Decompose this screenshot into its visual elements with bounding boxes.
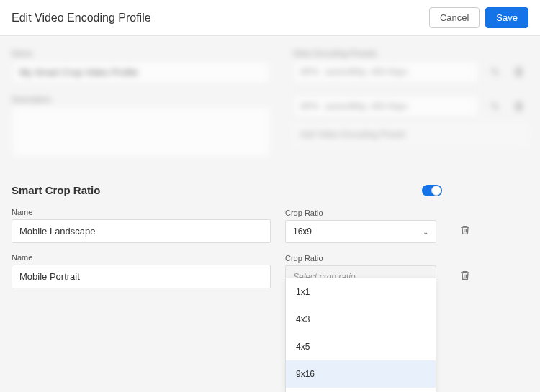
edit-icon: ✎: [485, 97, 504, 116]
toggle-knob: [431, 186, 441, 196]
smart-crop-header: Smart Crop Ratio: [12, 184, 528, 196]
save-button[interactable]: Save: [485, 7, 528, 28]
content-area: Name Video Encoding Presets ✎ 🗑 Descript…: [0, 36, 540, 311]
chevron-down-icon: ⌄: [423, 228, 428, 236]
ratio-label: Crop Ratio: [285, 254, 436, 263]
trash-icon: 🗑: [510, 63, 528, 81]
profile-name-input: [12, 60, 271, 84]
blurred-form-section: Name Video Encoding Presets ✎ 🗑 Descript…: [12, 49, 528, 157]
preset-2-input: [292, 95, 480, 118]
trash-icon: 🗑: [510, 97, 528, 116]
presets-label: Video Encoding Presets: [292, 49, 528, 58]
crop-row-1: Name Crop Ratio 16x9 ⌄: [12, 208, 528, 243]
header-actions: Cancel Save: [429, 7, 528, 28]
crop-name-input-2[interactable]: [12, 265, 271, 288]
select-value: 16x9: [293, 227, 312, 237]
cancel-button[interactable]: Cancel: [429, 7, 480, 28]
description-label: Description: [12, 95, 271, 104]
name-label: Name: [12, 253, 271, 262]
crop-row-2: Name Crop Ratio Select crop ratio ⌄ 1x1 …: [12, 253, 528, 288]
add-preset-button: Add Video Encoding Preset: [292, 122, 528, 147]
option-9x16[interactable]: 9x16: [286, 360, 436, 388]
trash-icon: [459, 224, 471, 236]
delete-row-2-button[interactable]: [456, 267, 474, 284]
crop-ratio-select-1[interactable]: 16x9 ⌄: [285, 220, 436, 243]
crop-ratio-dropdown: 1x1 4x3 4x5 9x16 16x9: [285, 278, 436, 392]
ratio-label: Crop Ratio: [285, 209, 436, 217]
description-textarea: [12, 106, 271, 157]
smart-crop-toggle[interactable]: [422, 185, 442, 196]
name-label: Name: [12, 208, 271, 216]
header-bar: Edit Video Encoding Profile Cancel Save: [0, 0, 540, 36]
trash-icon: [459, 270, 471, 281]
option-1x1[interactable]: 1x1: [286, 278, 436, 306]
option-4x5[interactable]: 4x5: [286, 333, 436, 360]
crop-name-input-1[interactable]: [12, 219, 271, 243]
name-label: Name: [12, 49, 271, 58]
delete-row-1-button[interactable]: [456, 222, 474, 239]
option-4x3[interactable]: 4x3: [286, 306, 436, 333]
preset-1-input: [292, 60, 480, 83]
edit-icon: ✎: [485, 63, 504, 81]
option-16x9[interactable]: 16x9: [286, 388, 436, 392]
smart-crop-title: Smart Crop Ratio: [12, 184, 100, 196]
page-title: Edit Video Encoding Profile: [12, 12, 151, 24]
